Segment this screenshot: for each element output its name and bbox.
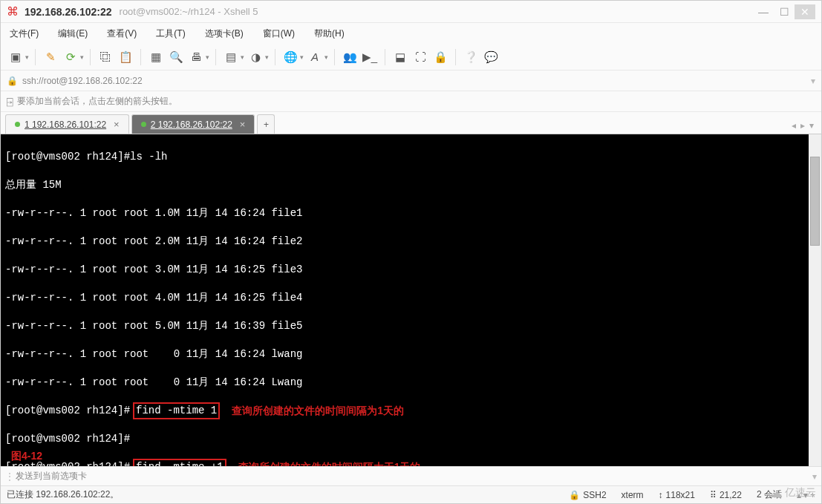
tab-session-1[interactable]: 1 192.168.26.101:22 × (5, 114, 129, 134)
fullscreen-icon[interactable]: ⛶ (411, 48, 429, 66)
maximize-button[interactable]: ☐ (774, 4, 795, 19)
address-bar[interactable]: 🔒 ssh://root@192.168.26.102:22 ▾ (1, 71, 821, 91)
tab-label: 2 192.168.26.102:22 (151, 120, 232, 130)
app-icon: ⌘ (7, 4, 19, 19)
find-cmd-2: find -mtime +1 (133, 459, 226, 466)
toggle1-icon[interactable]: ⬓ (391, 48, 409, 66)
menu-tabs[interactable]: 选项卡(B) (200, 25, 248, 42)
tab-prev-icon[interactable]: ◂ (792, 120, 796, 131)
window-title-main: 192.168.26.102:22 (25, 6, 112, 18)
copy-icon[interactable]: ⿻ (97, 48, 114, 66)
search-icon[interactable]: 🔍 (167, 48, 185, 66)
menu-tools[interactable]: 工具(T) (151, 25, 189, 42)
status-dot-icon (141, 122, 146, 127)
status-term: xterm (622, 490, 644, 500)
menu-edit[interactable]: 编辑(E) (53, 25, 92, 42)
tab-next-icon[interactable]: ▸ (800, 120, 805, 131)
status-connection: 已连接 192.168.26.102:22。 (7, 488, 119, 501)
tab-label: 1 192.168.26.101:22 (25, 120, 106, 130)
send-dropdown-icon[interactable]: ▾ (812, 471, 817, 482)
title-bar: ⌘ 192.168.26.102:22 root@vms002:~/rh124 … (1, 1, 821, 23)
menu-view[interactable]: 查看(V) (102, 25, 141, 42)
send-handle-icon[interactable]: ⋮⋮ (5, 471, 16, 482)
status-protocol: 🔒 SSH2 (569, 490, 606, 500)
shell-icon[interactable]: ▶_ (361, 48, 379, 66)
find-cmd-1: find -mtime 1 (133, 402, 220, 419)
send-bar[interactable]: ⋮⋮ 发送到当前选项卡 ▾ (1, 466, 821, 485)
figure-label: 图4-12 (11, 449, 42, 463)
tab-close-icon[interactable]: × (240, 119, 246, 130)
menu-help[interactable]: 帮助(H) (310, 25, 349, 42)
status-cursor: ⠿ 21,22 (710, 490, 742, 500)
users-icon[interactable]: 👥 (341, 48, 359, 66)
close-button[interactable]: ✕ (795, 4, 815, 19)
cloud-icon: ☁ (769, 485, 783, 501)
menu-file[interactable]: 文件(F) (5, 25, 43, 42)
status-size: ↕ 118x21 (659, 490, 695, 500)
highlight-icon[interactable]: ✎ (42, 48, 59, 66)
tab-menu-icon[interactable]: ▾ (809, 120, 814, 131)
color-icon[interactable]: ◑ (247, 48, 264, 66)
chat-icon[interactable]: 💬 (482, 48, 500, 66)
tab-nav: ◂ ▸ ▾ (789, 117, 817, 134)
minimize-button[interactable]: — (753, 4, 774, 19)
reconnect-icon[interactable]: ⟳ (62, 48, 79, 66)
address-text: ssh://root@192.168.26.102:22 (22, 76, 143, 86)
paste-icon[interactable]: 📋 (117, 48, 134, 66)
watermark: ☁亿速云 (769, 485, 816, 501)
toolbar: ▣▾ ✎ ⟳▾ ⿻ 📋 ▦ 🔍 🖶▾ ▤▾ ◑▾ 🌐▾ A▾ 👥 ▶_ ⬓ ⛶ … (1, 44, 821, 71)
terminal-view[interactable]: [root@vms002 rh124]# ls -lh 总用量 15M -rw-… (1, 134, 821, 466)
globe-icon[interactable]: 🌐 (281, 48, 299, 66)
menu-bar: 文件(F) 编辑(E) 查看(V) 工具(T) 选项卡(B) 窗口(W) 帮助(… (1, 23, 821, 44)
lock-session-icon[interactable]: 🔒 (431, 48, 449, 66)
send-placeholder: 发送到当前选项卡 (16, 470, 87, 482)
status-dot-icon (15, 122, 20, 127)
annotation-2: 查询所创建的文件的时间间隔大于1天的 (238, 460, 421, 466)
address-dropdown-icon[interactable]: ▾ (811, 76, 815, 86)
font-icon[interactable]: A (306, 48, 324, 66)
annotation-1: 查询所创建的文件的时间间隔为1天的 (232, 404, 404, 418)
hint-bar: ⍈ 要添加当前会话，点击左侧的箭头按钮。 (1, 91, 821, 112)
session-tabs: 1 192.168.26.101:22 × 2 192.168.26.102:2… (1, 112, 821, 134)
properties-icon[interactable]: ▦ (147, 48, 165, 66)
hint-text: 要添加当前会话，点击左侧的箭头按钮。 (17, 95, 177, 108)
help-icon[interactable]: ❔ (462, 48, 480, 66)
tab-close-icon[interactable]: × (114, 119, 120, 130)
lock-icon: 🔒 (7, 76, 18, 86)
hint-arrow-icon[interactable]: ⍈ (7, 96, 13, 108)
window-title-sub: root@vms002:~/rh124 - Xshell 5 (120, 6, 258, 17)
status-bar: 已连接 192.168.26.102:22。 🔒 SSH2 xterm ↕ 11… (1, 485, 821, 503)
tab-add-button[interactable]: + (257, 114, 275, 134)
layout-icon[interactable]: ▤ (222, 48, 240, 66)
tab-session-2[interactable]: 2 192.168.26.102:22 × (131, 114, 255, 134)
print-icon[interactable]: 🖶 (187, 48, 205, 66)
menu-window[interactable]: 窗口(W) (258, 25, 299, 42)
terminal-scrollbar[interactable] (809, 134, 821, 466)
new-session-icon[interactable]: ▣ (7, 48, 25, 66)
